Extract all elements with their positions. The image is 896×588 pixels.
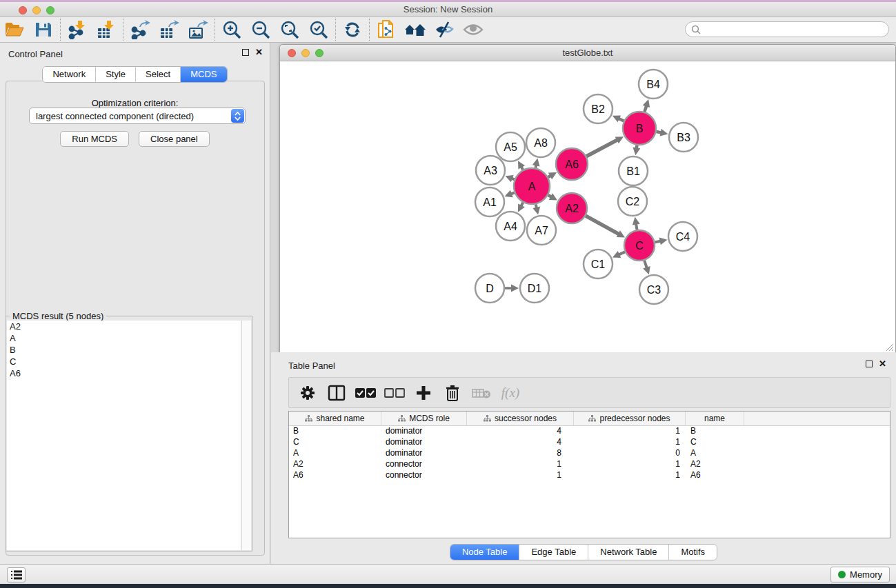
table-cell[interactable]: 1 [574,470,686,481]
mcds-result-item[interactable]: A6 [7,367,241,379]
graph-edge-A2-C[interactable] [586,216,619,234]
delete-column-button[interactable] [441,381,464,405]
close-panel-button[interactable]: Close panel [139,131,210,147]
float-table-panel-icon[interactable] [866,361,873,367]
table-cell[interactable]: A6 [686,470,744,481]
table-cell[interactable]: B [686,426,744,437]
home-views-button[interactable] [401,18,430,41]
zoom-out-button[interactable] [246,18,275,41]
export-image-button[interactable] [183,18,212,41]
tab-style[interactable]: Style [96,67,136,82]
show-eye-button[interactable] [459,18,488,41]
close-panel-icon[interactable]: ✕ [255,49,263,56]
table-cell[interactable]: 1 [467,470,574,481]
tab-edge-table[interactable]: Edge Table [519,545,588,560]
import-network-icon [67,20,88,39]
mcds-result-item[interactable]: C [7,356,241,367]
open-session-button[interactable] [0,18,29,41]
split-view-button[interactable] [325,381,348,405]
table-cell[interactable]: 0 [574,448,686,459]
table-cell[interactable]: 1 [467,459,574,470]
zoom-fit-button[interactable] [275,18,304,41]
mcds-result-item[interactable]: B [7,344,241,356]
memory-button[interactable]: Memory [830,567,890,582]
deselect-all-button[interactable] [383,381,406,405]
table-cell[interactable]: dominator [381,448,467,459]
tab-select[interactable]: Select [136,67,181,82]
mcds-result-item[interactable]: A2 [7,321,241,332]
table-cell[interactable]: 8 [467,448,574,459]
table-cell[interactable]: connector [381,470,467,481]
table-cell[interactable]: dominator [381,437,467,448]
mcds-list-scrollbar[interactable] [241,321,251,550]
table-cell[interactable]: B [289,426,381,437]
edge-arrowhead-icon [532,207,540,215]
import-table-button[interactable] [92,18,121,41]
search-input[interactable] [685,21,889,37]
column-header-name[interactable]: name [686,412,744,425]
table-cell[interactable]: A6 [289,470,381,481]
task-history-button[interactable] [7,567,26,582]
mcds-result-item[interactable]: A [7,332,241,344]
export-network-button[interactable] [126,18,155,41]
hide-details-button[interactable] [430,18,459,41]
tab-network[interactable]: Network [43,67,96,82]
network-graph[interactable]: AA1A2A3A4A5A6A7A8BB1B2B3B4CC1C2C3C4DD1 [280,61,895,353]
table-cell[interactable]: A [289,448,381,459]
tab-node-table[interactable]: Node Table [450,545,520,560]
graph-node-label: B2 [591,103,605,115]
mcds-result-list[interactable]: A2ABCA6 [7,321,241,550]
column-header-filler [744,412,890,425]
network-canvas[interactable]: AA1A2A3A4A5A6A7A8BB1B2B3B4CC1C2C3C4DD1 [280,61,895,353]
resize-grip-icon[interactable] [885,343,894,352]
table-cell[interactable]: C [289,437,381,448]
column-header-MCDS-role[interactable]: MCDS role [381,412,467,425]
tab-network-table[interactable]: Network Table [588,545,669,560]
network-window-titlebar[interactable]: testGlobe.txt [280,45,895,61]
edge-arrowhead-icon [643,99,650,108]
table-row[interactable]: A6connector11A6 [289,470,890,481]
table-cell[interactable]: connector [381,459,467,470]
table-cell[interactable]: dominator [381,426,467,437]
graph-node-label: B1 [626,165,640,177]
table-cell[interactable]: C [686,437,744,448]
refresh-button[interactable] [338,18,367,41]
apply-function-button[interactable]: f(x) [499,381,522,405]
zoom-selected-button[interactable] [304,18,333,41]
table-row[interactable]: Adominator80A [289,448,890,459]
table-cell[interactable]: 1 [574,437,686,448]
criterion-dropdown[interactable]: largest connected component (directed) [29,108,246,124]
table-cell[interactable]: 4 [467,426,574,437]
duplicate-network-button[interactable] [372,18,401,41]
import-network-button[interactable] [63,18,92,41]
add-column-button[interactable] [412,381,435,405]
delete-table-button[interactable] [470,381,493,405]
table-row[interactable]: Bdominator41B [289,426,890,437]
float-panel-icon[interactable] [242,49,249,56]
graph-edge-A6-B[interactable] [586,139,618,156]
table-tabs: Node TableEdge TableNetwork TableMotifs [271,544,896,560]
export-table-button[interactable] [155,18,183,41]
save-session-button[interactable] [29,18,58,41]
close-table-panel-icon[interactable]: ✕ [879,361,886,367]
table-cell[interactable]: A [686,448,744,459]
table-cell[interactable]: A2 [686,459,744,470]
run-mcds-button[interactable]: Run MCDS [60,131,129,147]
table-cell[interactable]: A2 [289,459,381,470]
table-row[interactable]: A2connector11A2 [289,459,890,470]
node-table[interactable]: shared nameMCDS rolesuccessor nodesprede… [288,411,890,538]
tab-mcds[interactable]: MCDS [181,67,226,82]
table-cell[interactable]: 4 [467,437,574,448]
table-cell[interactable]: 1 [574,459,686,470]
criterion-dropdown-value: largest connected component (directed) [36,111,194,121]
table-cell[interactable]: 1 [574,426,686,437]
column-header-predecessor-nodes[interactable]: predecessor nodes [574,412,686,425]
table-row[interactable]: Cdominator41C [289,437,890,448]
zoom-in-button[interactable] [217,18,246,41]
column-header-shared-name[interactable]: shared name [289,412,381,425]
table-settings-button[interactable] [296,381,319,405]
column-header-successor-nodes[interactable]: successor nodes [467,412,574,425]
tab-motifs[interactable]: Motifs [669,545,717,560]
table-panel-title: Table Panel [288,361,335,371]
select-all-button[interactable] [354,381,377,405]
